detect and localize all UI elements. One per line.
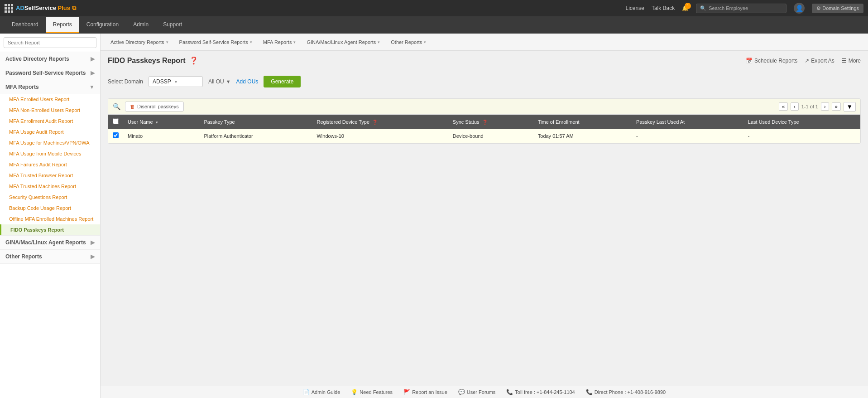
sidebar-item-mfa-enrollment-audit[interactable]: MFA Enrollment Audit Report xyxy=(0,116,100,126)
sidebar-item-security-questions[interactable]: Security Questions Report xyxy=(0,192,100,203)
subnav-mfa[interactable]: MFA Reports ▾ xyxy=(259,37,301,48)
table-body: Minato Platform Authenticator Windows-10… xyxy=(108,129,860,143)
disenroll-passkeys-button[interactable]: 🗑 Disenroll passkeys xyxy=(125,102,184,112)
row-checkbox-cell xyxy=(108,129,123,143)
bell-icon[interactable]: 🔔 1 xyxy=(682,5,689,11)
user-forums-label: User Forums xyxy=(467,389,496,395)
export-label: Export As xyxy=(811,58,834,64)
sort-icon-username[interactable]: ▾ xyxy=(156,120,158,125)
column-filter-btn[interactable]: ▼ xyxy=(844,102,856,112)
sidebar-section-active-directory: Active Directory Reports ▶ xyxy=(0,52,100,66)
chevron-right-icon4: ▶ xyxy=(91,253,95,260)
page-header: FIDO Passkeys Report ❓ 📅 Schedule Report… xyxy=(108,56,861,65)
subnav-other[interactable]: Other Reports ▾ xyxy=(386,37,431,48)
disenroll-label: Disenroll passkeys xyxy=(137,104,179,109)
report-issue-link[interactable]: 🚩 Report an Issue xyxy=(403,389,447,395)
subnav-password[interactable]: Password Self-Service Reports ▾ xyxy=(175,37,257,48)
tab-dashboard[interactable]: Dashboard xyxy=(5,17,46,33)
tab-configuration[interactable]: Configuration xyxy=(79,17,126,33)
chevron-right-icon3: ▶ xyxy=(91,239,95,246)
footer: 📄 Admin Guide 💡 Need Features 🚩 Report a… xyxy=(101,386,868,398)
report-issue-icon: 🚩 xyxy=(403,389,410,395)
app-name: ADSelfService Plus ⧉ xyxy=(16,5,76,12)
cell-registered-device: Windows-10 xyxy=(312,129,448,143)
sidebar-gina-header[interactable]: GINA/Mac/Linux Agent Reports ▶ xyxy=(0,236,100,249)
sidebar-item-mfa-trusted-machines[interactable]: MFA Trusted Machines Report xyxy=(0,181,100,192)
direct-phone-link[interactable]: 📞 Direct Phone : +1-408-916-9890 xyxy=(586,389,666,395)
sub-nav: Active Directory Reports ▾ Password Self… xyxy=(101,34,868,51)
cell-username: Minato xyxy=(123,129,199,143)
header-passkey-last-used: Passkey Last Used At xyxy=(632,115,743,129)
sidebar-item-offline-mfa[interactable]: Offline MFA Enrolled Machines Report xyxy=(0,214,100,224)
generate-button[interactable]: Generate xyxy=(264,76,301,87)
admin-guide-link[interactable]: 📄 Admin Guide xyxy=(303,389,340,395)
sidebar-mfa-header[interactable]: MFA Reports ▼ xyxy=(0,80,100,94)
help-registered-device-icon[interactable]: ❓ xyxy=(372,120,378,125)
cell-time-enrollment: Today 01:57 AM xyxy=(533,129,632,143)
trash-icon: 🗑 xyxy=(130,104,135,109)
sidebar-item-mfa-failures[interactable]: MFA Failures Audit Report xyxy=(0,159,100,170)
schedule-label: Schedule Reports xyxy=(754,58,797,64)
prev-page-btn[interactable]: ‹ xyxy=(791,102,799,111)
row-checkbox[interactable] xyxy=(113,132,119,138)
direct-phone-label: Direct Phone : +1-408-916-9890 xyxy=(595,389,666,395)
search-employee[interactable]: 🔍 Search Employee xyxy=(696,4,786,13)
sidebar-item-mfa-enrolled[interactable]: MFA Enrolled Users Report xyxy=(0,94,100,105)
table-search-btn[interactable]: 🔍 xyxy=(113,103,120,110)
direct-phone-icon: 📞 xyxy=(586,389,593,395)
page-title: FIDO Passkeys Report xyxy=(108,57,186,65)
grid-icon xyxy=(5,4,13,13)
tab-support[interactable]: Support xyxy=(156,17,189,33)
sidebar-item-fido-passkeys[interactable]: FIDO Passkeys Report xyxy=(0,224,100,235)
more-btn[interactable]: ☰ More xyxy=(842,58,861,64)
report-table: User Name ▾ Passkey Type Registered Devi… xyxy=(108,115,860,143)
sidebar-item-backup-code[interactable]: Backup Code Usage Report xyxy=(0,203,100,214)
talk-back-link[interactable]: Talk Back xyxy=(652,5,675,11)
content-area: Active Directory Reports ▾ Password Self… xyxy=(101,34,868,398)
license-link[interactable]: License xyxy=(626,5,644,11)
user-forums-link[interactable]: 💬 User Forums xyxy=(458,389,496,395)
subnav-gina[interactable]: GINA/Mac/Linux Agent Reports ▾ xyxy=(302,37,384,48)
filter-icon: ▼ xyxy=(226,79,231,84)
chevron-down-icon: ▼ xyxy=(89,84,95,90)
dropdown-chevron-icon: ▾ xyxy=(175,79,177,84)
sidebar-item-mfa-machines-vpn[interactable]: MFA Usage for Machines/VPN/OWA xyxy=(0,137,100,148)
search-report-input[interactable] xyxy=(4,37,96,48)
sidebar-other-header[interactable]: Other Reports ▶ xyxy=(0,250,100,263)
sidebar-active-directory-header[interactable]: Active Directory Reports ▶ xyxy=(0,52,100,66)
export-as-btn[interactable]: ↗ Export As xyxy=(805,58,834,64)
domain-dropdown[interactable]: ADSSP ▾ xyxy=(149,76,203,87)
user-avatar[interactable]: 👤 xyxy=(794,3,805,14)
table-row: Minato Platform Authenticator Windows-10… xyxy=(108,129,860,143)
sidebar-item-mfa-non-enrolled[interactable]: MFA Non-Enrolled Users Report xyxy=(0,105,100,116)
next-page-btn[interactable]: › xyxy=(821,102,829,111)
sidebar-item-mfa-usage-audit[interactable]: MFA Usage Audit Report xyxy=(0,126,100,137)
subnav-active-directory[interactable]: Active Directory Reports ▾ xyxy=(106,37,173,48)
tab-admin[interactable]: Admin xyxy=(126,17,156,33)
toll-free-label: Toll free : +1-844-245-1104 xyxy=(515,389,575,395)
sidebar-other-label: Other Reports xyxy=(5,253,42,260)
header-sync-status: Sync Status ❓ xyxy=(448,115,533,129)
top-right-links: License Talk Back xyxy=(626,5,675,11)
tab-reports[interactable]: Reports xyxy=(46,17,79,33)
header-last-device-type: Last Used Device Type xyxy=(743,115,860,129)
help-icon[interactable]: ❓ xyxy=(189,56,198,65)
sidebar-password-header[interactable]: Password Self-Service Reports ▶ xyxy=(0,66,100,80)
last-page-btn[interactable]: » xyxy=(832,102,841,111)
add-ous-link[interactable]: Add OUs xyxy=(236,78,259,85)
select-all-checkbox[interactable] xyxy=(113,118,119,124)
first-page-btn[interactable]: « xyxy=(779,102,788,111)
sidebar-item-mfa-mobile[interactable]: MFA Usage from Mobile Devices xyxy=(0,148,100,159)
domain-settings-btn[interactable]: ⚙ Domain Settings xyxy=(812,4,863,13)
help-sync-status-icon[interactable]: ❓ xyxy=(482,120,488,125)
user-forums-icon: 💬 xyxy=(458,389,465,395)
header-checkbox-col xyxy=(108,115,123,129)
header-time-enrollment: Time of Enrollment xyxy=(533,115,632,129)
schedule-reports-btn[interactable]: 📅 Schedule Reports xyxy=(746,58,797,64)
toll-free-link[interactable]: 📞 Toll free : +1-844-245-1104 xyxy=(506,389,575,395)
need-features-link[interactable]: 💡 Need Features xyxy=(351,389,393,395)
sidebar-item-mfa-trusted-browser[interactable]: MFA Trusted Browser Report xyxy=(0,170,100,181)
header-passkey-type: Passkey Type xyxy=(199,115,312,129)
page-actions: 📅 Schedule Reports ↗ Export As ☰ More xyxy=(746,58,861,64)
nav-tabs: Dashboard Reports Configuration Admin Su… xyxy=(0,16,868,34)
